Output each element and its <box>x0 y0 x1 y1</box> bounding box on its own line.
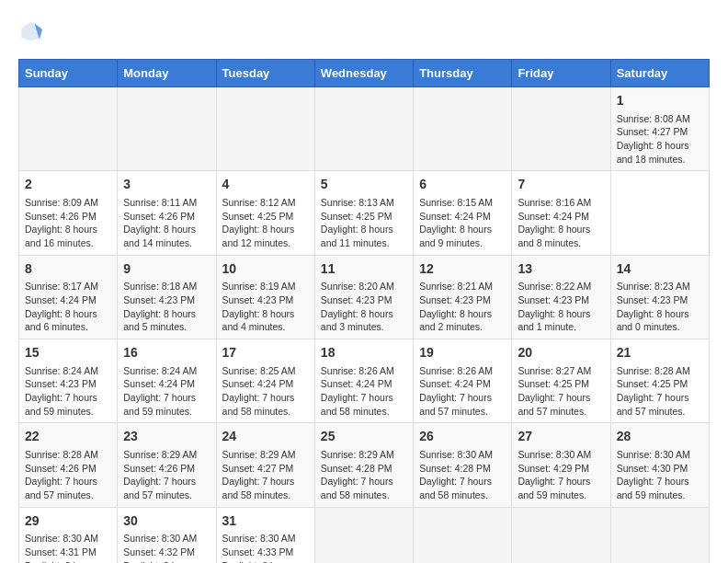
empty-day-cell <box>512 87 610 171</box>
empty-day-cell <box>19 87 118 171</box>
day-cell: 13Sunrise: 8:22 AMSunset: 4:23 PMDayligh… <box>512 255 610 339</box>
day-number: 2 <box>25 176 111 194</box>
logo-icon <box>18 18 44 44</box>
day-number: 30 <box>123 512 210 531</box>
day-cell: 9Sunrise: 8:18 AMSunset: 4:23 PMDaylight… <box>118 255 216 339</box>
calendar-header-row: SundayMondayTuesdayWednesdayThursdayFrid… <box>19 60 710 87</box>
day-number: 8 <box>25 260 111 279</box>
calendar-week-row: 2Sunrise: 8:09 AMSunset: 4:26 PMDaylight… <box>19 171 710 255</box>
day-number: 18 <box>321 344 407 362</box>
day-number: 6 <box>419 176 506 194</box>
day-of-week-header: Monday <box>118 60 216 87</box>
day-cell: 7Sunrise: 8:16 AMSunset: 4:24 PMDaylight… <box>512 171 610 255</box>
day-number: 23 <box>123 428 210 446</box>
day-cell: 5Sunrise: 8:13 AMSunset: 4:25 PMDaylight… <box>314 171 413 255</box>
day-cell: 25Sunrise: 8:29 AMSunset: 4:28 PMDayligh… <box>314 423 413 507</box>
day-of-week-header: Sunday <box>19 60 118 87</box>
calendar-week-row: 22Sunrise: 8:28 AMSunset: 4:26 PMDayligh… <box>19 423 710 507</box>
day-cell: 31Sunrise: 8:30 AMSunset: 4:33 PMDayligh… <box>216 507 314 563</box>
day-number: 21 <box>617 344 703 362</box>
day-number: 4 <box>222 176 309 194</box>
day-cell: 18Sunrise: 8:26 AMSunset: 4:24 PMDayligh… <box>314 339 413 423</box>
day-cell: 2Sunrise: 8:09 AMSunset: 4:26 PMDaylight… <box>19 171 118 255</box>
empty-day-cell <box>610 507 709 563</box>
calendar-week-row: 29Sunrise: 8:30 AMSunset: 4:31 PMDayligh… <box>19 507 710 563</box>
day-of-week-header: Saturday <box>610 60 709 87</box>
day-number: 29 <box>25 512 111 531</box>
day-number: 5 <box>321 176 407 194</box>
day-cell: 21Sunrise: 8:28 AMSunset: 4:25 PMDayligh… <box>610 339 709 423</box>
calendar-week-row: 8Sunrise: 8:17 AMSunset: 4:24 PMDaylight… <box>19 255 710 339</box>
day-cell: 6Sunrise: 8:15 AMSunset: 4:24 PMDaylight… <box>414 171 512 255</box>
day-cell: 23Sunrise: 8:29 AMSunset: 4:26 PMDayligh… <box>118 423 216 507</box>
day-of-week-header: Wednesday <box>314 60 413 87</box>
day-cell: 12Sunrise: 8:21 AMSunset: 4:23 PMDayligh… <box>414 255 512 339</box>
day-cell: 10Sunrise: 8:19 AMSunset: 4:23 PMDayligh… <box>216 255 314 339</box>
page-header <box>18 18 710 44</box>
day-number: 19 <box>419 344 506 362</box>
calendar-table: SundayMondayTuesdayWednesdayThursdayFrid… <box>18 59 710 563</box>
day-number: 27 <box>518 428 604 446</box>
day-number: 14 <box>617 260 703 279</box>
day-cell: 11Sunrise: 8:20 AMSunset: 4:23 PMDayligh… <box>314 255 413 339</box>
day-cell: 29Sunrise: 8:30 AMSunset: 4:31 PMDayligh… <box>19 507 118 563</box>
day-of-week-header: Tuesday <box>216 60 314 87</box>
day-cell: 1Sunrise: 8:08 AMSunset: 4:27 PMDaylight… <box>610 87 709 171</box>
day-number: 13 <box>518 260 604 279</box>
day-of-week-header: Friday <box>512 60 610 87</box>
day-number: 24 <box>222 428 309 446</box>
day-number: 15 <box>25 344 111 362</box>
day-number: 28 <box>617 428 703 446</box>
day-number: 12 <box>419 260 506 279</box>
empty-day-cell <box>216 87 314 171</box>
logo <box>18 18 48 44</box>
day-cell: 8Sunrise: 8:17 AMSunset: 4:24 PMDaylight… <box>19 255 118 339</box>
empty-day-cell <box>314 507 413 563</box>
day-cell: 30Sunrise: 8:30 AMSunset: 4:32 PMDayligh… <box>118 507 216 563</box>
day-cell: 24Sunrise: 8:29 AMSunset: 4:27 PMDayligh… <box>216 423 314 507</box>
day-cell: 16Sunrise: 8:24 AMSunset: 4:24 PMDayligh… <box>118 339 216 423</box>
day-cell: 26Sunrise: 8:30 AMSunset: 4:28 PMDayligh… <box>414 423 512 507</box>
day-cell: 28Sunrise: 8:30 AMSunset: 4:30 PMDayligh… <box>610 423 709 507</box>
empty-day-cell <box>314 87 413 171</box>
day-number: 9 <box>123 260 210 279</box>
day-cell: 22Sunrise: 8:28 AMSunset: 4:26 PMDayligh… <box>19 423 118 507</box>
calendar-week-row: 1Sunrise: 8:08 AMSunset: 4:27 PMDaylight… <box>19 87 710 171</box>
day-cell: 19Sunrise: 8:26 AMSunset: 4:24 PMDayligh… <box>414 339 512 423</box>
day-number: 25 <box>321 428 407 446</box>
day-cell: 14Sunrise: 8:23 AMSunset: 4:23 PMDayligh… <box>610 255 709 339</box>
empty-day-cell <box>512 507 610 563</box>
day-cell: 3Sunrise: 8:11 AMSunset: 4:26 PMDaylight… <box>118 171 216 255</box>
day-cell: 17Sunrise: 8:25 AMSunset: 4:24 PMDayligh… <box>216 339 314 423</box>
day-number: 10 <box>222 260 309 279</box>
day-number: 1 <box>617 92 703 110</box>
empty-day-cell <box>414 507 512 563</box>
day-number: 11 <box>321 260 407 279</box>
calendar-week-row: 15Sunrise: 8:24 AMSunset: 4:23 PMDayligh… <box>19 339 710 423</box>
day-number: 26 <box>419 428 506 446</box>
day-cell: 20Sunrise: 8:27 AMSunset: 4:25 PMDayligh… <box>512 339 610 423</box>
empty-day-cell <box>414 87 512 171</box>
day-cell: 4Sunrise: 8:12 AMSunset: 4:25 PMDaylight… <box>216 171 314 255</box>
empty-day-cell <box>118 87 216 171</box>
day-number: 3 <box>123 176 210 194</box>
day-cell: 15Sunrise: 8:24 AMSunset: 4:23 PMDayligh… <box>19 339 118 423</box>
day-number: 31 <box>222 512 309 531</box>
day-cell: 27Sunrise: 8:30 AMSunset: 4:29 PMDayligh… <box>512 423 610 507</box>
day-number: 20 <box>518 344 604 362</box>
day-number: 7 <box>518 176 604 194</box>
day-number: 22 <box>25 428 111 446</box>
day-of-week-header: Thursday <box>414 60 512 87</box>
day-number: 17 <box>222 344 309 362</box>
day-number: 16 <box>123 344 210 362</box>
